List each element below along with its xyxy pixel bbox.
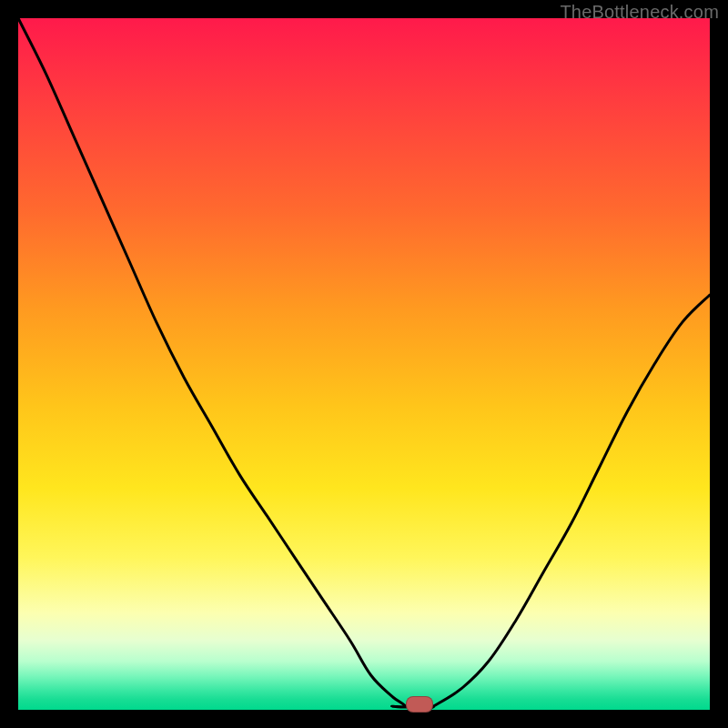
chart-curve: [18, 18, 710, 710]
watermark-text: TheBottleneck.com: [560, 2, 719, 23]
bottleneck-curve-path: [18, 18, 710, 708]
optimal-point-marker: [406, 696, 433, 713]
chart-frame: TheBottleneck.com: [0, 0, 728, 728]
